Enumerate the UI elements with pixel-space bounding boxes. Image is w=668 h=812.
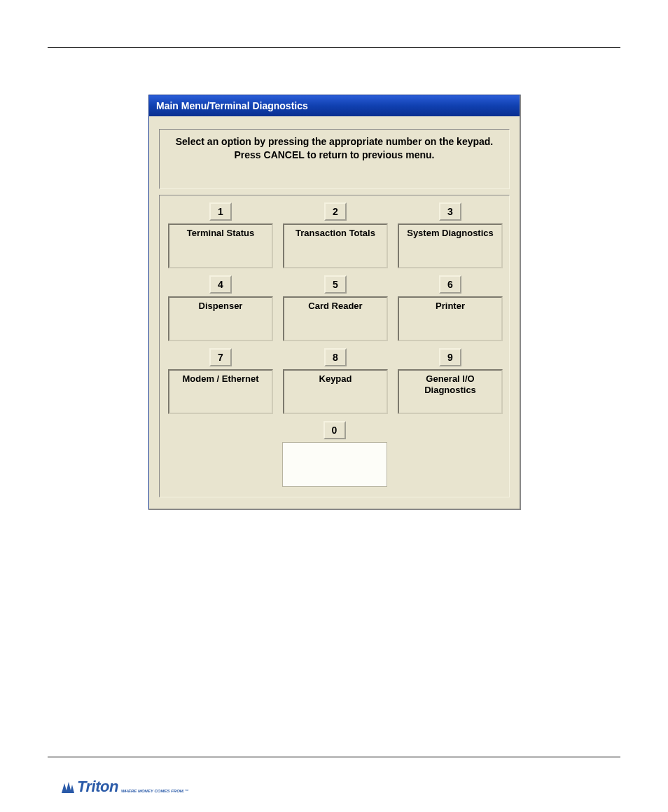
keypad-button-6[interactable]: 6 bbox=[439, 275, 461, 294]
dialog-titlebar: Main Menu/Terminal Diagnostics bbox=[149, 95, 520, 116]
keypad-button-9[interactable]: 9 bbox=[439, 348, 461, 366]
terminal-diagnostics-dialog: Main Menu/Terminal Diagnostics Select an… bbox=[148, 95, 521, 510]
page-bottom-rule bbox=[48, 757, 620, 757]
option-cell-3: 3 System Diagnostics bbox=[398, 202, 503, 268]
options-row-3: 7 Modem / Ethernet 8 Keypad 9 General I/… bbox=[168, 348, 501, 414]
instruction-line-2: Press CANCEL to return to previous menu. bbox=[164, 149, 505, 162]
option-label-terminal-status: Terminal Status bbox=[168, 223, 273, 268]
footer-brand: Triton bbox=[77, 779, 118, 794]
instruction-box: Select an option by pressing the appropr… bbox=[159, 129, 510, 189]
instruction-line-1: Select an option by pressing the appropr… bbox=[164, 135, 505, 149]
options-row-2: 4 Dispenser 5 Card Reader 6 Printer bbox=[168, 275, 501, 341]
keypad-button-3[interactable]: 3 bbox=[439, 202, 461, 221]
option-label-printer: Printer bbox=[398, 296, 503, 341]
triton-logo-icon bbox=[60, 780, 76, 794]
keypad-button-1[interactable]: 1 bbox=[209, 202, 232, 221]
page-top-rule bbox=[48, 47, 620, 48]
keypad-button-2[interactable]: 2 bbox=[324, 202, 347, 221]
option-cell-6: 6 Printer bbox=[398, 275, 503, 341]
option-label-blank bbox=[282, 442, 387, 487]
option-cell-4: 4 Dispenser bbox=[168, 275, 273, 341]
footer-logo: Triton WHERE MONEY COMES FROM.™ bbox=[60, 779, 188, 794]
option-cell-9: 9 General I/O Diagnostics bbox=[398, 348, 503, 414]
option-cell-1: 1 Terminal Status bbox=[168, 202, 273, 268]
footer-tagline: WHERE MONEY COMES FROM.™ bbox=[121, 789, 189, 793]
option-label-keypad: Keypad bbox=[283, 369, 388, 414]
keypad-button-7[interactable]: 7 bbox=[209, 348, 232, 366]
option-label-modem-ethernet: Modem / Ethernet bbox=[168, 369, 273, 414]
options-grid: 1 Terminal Status 2 Transaction Totals 3… bbox=[159, 195, 510, 497]
option-label-dispenser: Dispenser bbox=[168, 296, 273, 341]
option-label-card-reader: Card Reader bbox=[283, 296, 388, 341]
option-label-general-io: General I/O Diagnostics bbox=[398, 369, 503, 414]
option-cell-0: 0 bbox=[282, 421, 387, 487]
dialog-body: Select an option by pressing the appropr… bbox=[149, 116, 520, 509]
keypad-button-0[interactable]: 0 bbox=[323, 421, 346, 439]
options-row-4: 0 bbox=[168, 421, 501, 487]
keypad-button-8[interactable]: 8 bbox=[324, 348, 347, 366]
keypad-button-5[interactable]: 5 bbox=[324, 275, 347, 294]
options-row-1: 1 Terminal Status 2 Transaction Totals 3… bbox=[168, 202, 501, 268]
option-label-system-diagnostics: System Diagnostics bbox=[398, 223, 503, 268]
option-label-transaction-totals: Transaction Totals bbox=[283, 223, 388, 268]
option-cell-7: 7 Modem / Ethernet bbox=[168, 348, 273, 414]
option-cell-5: 5 Card Reader bbox=[283, 275, 388, 341]
keypad-button-4[interactable]: 4 bbox=[209, 275, 232, 294]
option-cell-2: 2 Transaction Totals bbox=[283, 202, 388, 268]
option-cell-8: 8 Keypad bbox=[283, 348, 388, 414]
dialog-title: Main Menu/Terminal Diagnostics bbox=[156, 100, 308, 111]
